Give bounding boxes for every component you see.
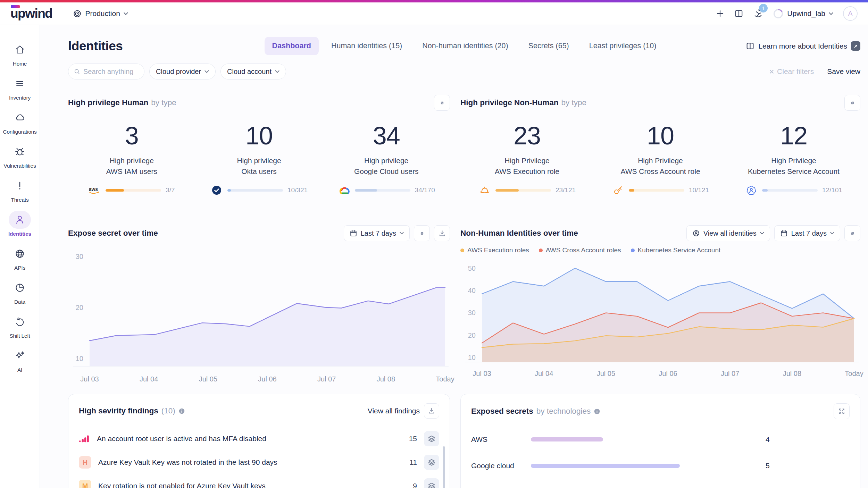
bug-icon: [14, 146, 26, 158]
expand-button[interactable]: [844, 225, 860, 241]
legend-dot: [460, 249, 464, 252]
layers-button[interactable]: [424, 478, 439, 488]
close-icon: [769, 69, 774, 74]
tab-human-identities-15[interactable]: Human identities (15): [324, 37, 410, 55]
layers-button[interactable]: [424, 431, 439, 446]
expand-button[interactable]: [844, 95, 860, 111]
tab-secrets-65[interactable]: Secrets (65): [521, 37, 577, 55]
external-link-icon[interactable]: [851, 41, 860, 51]
tab-non-human-identities-20[interactable]: Non-human identities (20): [415, 37, 516, 55]
top-gradient-strip: [0, 0, 868, 2]
finding-row[interactable]: M Key rotation is not enabled for Azure …: [79, 478, 439, 488]
filter-cloud-provider[interactable]: Cloud provider: [149, 64, 216, 79]
download-button[interactable]: [424, 403, 439, 419]
environment-switcher[interactable]: Production: [73, 9, 128, 18]
finding-row[interactable]: H Azure Key Vault Key was not rotated in…: [79, 455, 439, 470]
search-icon: [74, 68, 80, 75]
learn-more-link[interactable]: Learn more about Identities: [746, 41, 860, 51]
svg-text:Today: Today: [845, 370, 863, 377]
layers-icon: [427, 482, 436, 488]
layers-button[interactable]: [424, 455, 439, 470]
high-privilege-human-section: High privilege Human by type 3 High priv…: [68, 95, 450, 195]
onboarding-tour-button[interactable]: 1: [753, 8, 763, 19]
stat-block: 23 High PrivilegeAWS Execution role 23/1…: [460, 123, 594, 195]
download-icon: [438, 229, 446, 237]
add-button[interactable]: [716, 9, 725, 18]
high-privilege-nonhuman-section: High privilege Non-Human by type 23 High…: [460, 95, 860, 195]
expand-icon: [849, 99, 857, 107]
stat-block: 10 High privilegeOkta users 10/321: [195, 123, 323, 195]
alert-icon: [14, 180, 26, 192]
svg-text:aws: aws: [89, 186, 98, 192]
expose-secret-chart: 102030Jul 03Jul 04Jul 05Jul 06Jul 07Jul …: [68, 245, 450, 384]
expand-button[interactable]: [834, 403, 850, 419]
legend-item[interactable]: AWS Execution roles: [460, 246, 529, 254]
stat-progress: 23/121: [478, 185, 576, 195]
sidebar-item-data[interactable]: Data: [0, 275, 40, 309]
sidebar-item-inventory[interactable]: Inventory: [0, 71, 40, 105]
stat-block: 12 High PrivilegeKubernetes Service Acco…: [727, 123, 860, 195]
date-range-select[interactable]: Last 7 days: [774, 225, 840, 241]
tab-dashboard[interactable]: Dashboard: [265, 37, 319, 55]
gcloud-logo: [338, 185, 350, 195]
info-icon: [594, 408, 600, 415]
avatar[interactable]: A: [843, 6, 858, 21]
scrollbar-thumb[interactable]: [443, 446, 445, 488]
org-switcher[interactable]: Upwind_lab: [773, 8, 833, 19]
stat-progress: 12/101: [745, 185, 842, 195]
save-view-button[interactable]: Save view: [827, 67, 860, 76]
sidebar-item-apis[interactable]: APIs: [0, 241, 40, 275]
section-title: High privilege Non-Human: [460, 98, 559, 107]
stat-block: 34 High privilegeGoogle Cloud users 34/1…: [323, 123, 450, 195]
finding-row[interactable]: An account root user is active and has M…: [79, 431, 439, 446]
expand-button[interactable]: [434, 95, 450, 111]
globe-icon: [14, 248, 26, 260]
svg-text:20: 20: [76, 304, 83, 311]
layers-icon: [427, 435, 436, 443]
aws-role-icon: [478, 185, 491, 195]
sidebar-item-home[interactable]: Home: [0, 37, 40, 71]
download-button[interactable]: [434, 225, 450, 241]
medium-severity-badge: M: [79, 480, 91, 488]
okta-logo: [210, 185, 223, 195]
expand-button[interactable]: [414, 225, 430, 241]
svg-text:10: 10: [76, 355, 83, 362]
svg-text:Jul 03: Jul 03: [80, 375, 99, 383]
page-title: Identities: [68, 39, 123, 53]
search-input[interactable]: [83, 68, 139, 76]
expand-icon: [418, 229, 426, 237]
aws-key-icon: [612, 185, 624, 195]
sidebar-item-ai[interactable]: AI: [0, 343, 40, 377]
svg-text:Jul 04: Jul 04: [140, 375, 158, 383]
layers-icon: [427, 458, 436, 466]
sidebar-item-shift-left[interactable]: Shift Left: [0, 309, 40, 343]
high-severity-findings-card: High sevirity findings (10) View all fin…: [68, 394, 450, 488]
calendar-icon: [350, 229, 357, 237]
sidebar-item-vulnerabilities[interactable]: Vulnerabilities: [0, 139, 40, 173]
topbar: upwind Production 1 Upwind_lab A: [0, 2, 868, 25]
expose-secret-section: Expose secret over time Last 7 days 1020…: [68, 225, 450, 384]
sidebar-item-threats[interactable]: Threats: [0, 173, 40, 207]
view-all-findings-link[interactable]: View all findings: [368, 407, 420, 415]
clear-filters-button[interactable]: Clear filters: [769, 67, 814, 76]
tab-least-privileges-10[interactable]: Least privileges (10): [582, 37, 664, 55]
search-input-wrap: [68, 64, 144, 79]
menu-icon: [14, 78, 26, 90]
date-range-select[interactable]: Last 7 days: [344, 225, 410, 241]
sidebar-item-identities[interactable]: Identities: [0, 207, 40, 241]
undo-icon: [14, 316, 26, 328]
legend-item[interactable]: AWS Cross Account roles: [539, 246, 621, 254]
svg-text:Jul 06: Jul 06: [659, 370, 677, 377]
panels-icon[interactable]: [734, 9, 743, 18]
sidebar-item-configurations[interactable]: Configurations: [0, 105, 40, 139]
chevron-down-icon: [400, 232, 404, 235]
svg-text:Jul 05: Jul 05: [597, 370, 615, 377]
svg-text:20: 20: [468, 331, 476, 339]
legend-item[interactable]: Kubernetes Service Account: [631, 246, 721, 254]
cloud-icon: [14, 112, 26, 124]
view-all-identities-select[interactable]: View all identities: [686, 225, 770, 241]
svg-text:30: 30: [76, 253, 83, 260]
filter-cloud-account[interactable]: Cloud account: [220, 64, 286, 79]
identity-icon: [692, 229, 700, 237]
upwind-logo[interactable]: upwind: [10, 6, 52, 21]
